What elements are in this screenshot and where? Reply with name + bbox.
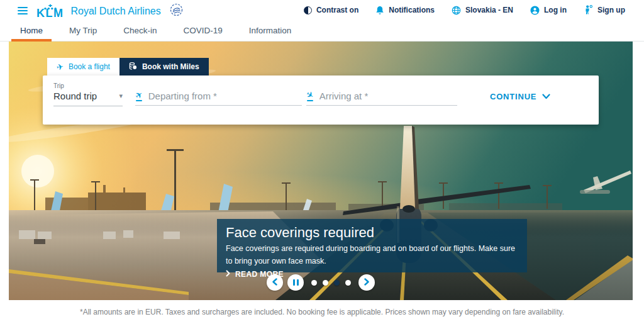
footer: *All amounts are in EUR. Taxes and surch…	[0, 308, 644, 316]
continue-button[interactable]: CONTINUE	[490, 92, 550, 101]
language-selector[interactable]: Slovakia - EN	[452, 6, 513, 15]
banner-body: Face coverings are required during board…	[226, 242, 520, 267]
anniversary-swirl-icon	[170, 3, 183, 19]
klm-homepage: KLM Royal Dutch Airlines Contrast on	[0, 0, 644, 324]
header-brand-area: KLM Royal Dutch Airlines	[18, 2, 183, 19]
arriving-at-input[interactable]	[319, 91, 457, 101]
nav-covid-19[interactable]: COVID-19	[175, 20, 231, 41]
user-icon	[530, 6, 540, 15]
miles-icon	[129, 62, 137, 72]
nav-check-in[interactable]: Check-in	[114, 20, 165, 41]
plane-takeoff-icon: ✈	[135, 91, 143, 101]
banner-title: Face coverings required	[226, 224, 518, 241]
carousel-dot-0[interactable]	[311, 280, 317, 286]
carousel-pause-button[interactable]	[287, 274, 304, 291]
menu-icon[interactable]	[18, 7, 28, 14]
chevron-left-icon	[272, 278, 277, 288]
trip-type-select[interactable]: Round trip ▾	[53, 91, 123, 106]
carousel-controls	[267, 274, 375, 291]
header-utilities: Contrast on Notifications	[304, 5, 625, 15]
hero-carousel: ✈ Book a flight Book with Miles Trip	[9, 42, 633, 300]
carousel-dot-1[interactable]	[323, 280, 328, 286]
signup-button[interactable]: Sign up	[584, 5, 625, 15]
nav-home[interactable]: Home	[11, 20, 52, 41]
departing-from-input[interactable]	[148, 91, 302, 101]
promo-banner: Face coverings required Face coverings a…	[217, 219, 527, 272]
tab-book-miles[interactable]: Book with Miles	[119, 58, 209, 75]
user-add-icon	[584, 5, 593, 15]
continue-label: CONTINUE	[490, 92, 536, 101]
plane-landing-icon: ✈	[306, 91, 314, 101]
contrast-label: Contrast on	[316, 6, 358, 14]
klm-logo-text: KLM	[36, 8, 64, 19]
trip-type-value: Round trip	[53, 91, 97, 101]
booking-tabs: ✈ Book a flight Book with Miles	[47, 58, 209, 75]
globe-icon	[452, 6, 461, 15]
tab-book-flight-label: Book a flight	[69, 62, 110, 71]
notifications-label: Notifications	[389, 6, 435, 14]
contrast-icon	[304, 6, 312, 14]
carousel-dot-3[interactable]	[345, 280, 351, 286]
chevron-down-icon	[542, 92, 550, 101]
login-label: Log in	[544, 6, 567, 14]
nav-my-trip[interactable]: My Trip	[60, 20, 106, 41]
main-nav: Home My Trip Check-in COVID-19 Informati…	[0, 20, 644, 42]
pause-icon	[293, 279, 299, 286]
carousel-dots	[311, 280, 351, 286]
carousel-prev-button[interactable]	[267, 274, 283, 291]
plane-icon: ✈	[56, 62, 65, 72]
departing-field: ✈	[135, 91, 302, 106]
disclaimer-text: *All amounts are in EUR. Taxes and surch…	[0, 308, 644, 316]
booking-widget: Trip Round trip ▾ ✈ ✈ CONTINUE	[43, 75, 599, 125]
contrast-toggle[interactable]: Contrast on	[304, 6, 358, 14]
carousel-dot-2[interactable]	[334, 280, 340, 286]
login-button[interactable]: Log in	[530, 6, 567, 15]
trip-label: Trip	[53, 82, 64, 89]
chevron-right-icon	[364, 278, 369, 288]
top-header: KLM Royal Dutch Airlines Contrast on	[0, 0, 644, 20]
nav-information[interactable]: Information	[240, 20, 301, 41]
bell-icon	[375, 6, 384, 15]
brand-title: Royal Dutch Airlines	[71, 6, 161, 17]
tab-book-flight[interactable]: ✈ Book a flight	[47, 58, 119, 75]
klm-logo[interactable]: KLM	[36, 2, 64, 19]
chevron-right-icon	[226, 270, 230, 279]
caret-down-icon: ▾	[119, 92, 123, 100]
notifications-button[interactable]: Notifications	[375, 6, 435, 15]
arriving-field: ✈	[306, 91, 457, 106]
tab-book-miles-label: Book with Miles	[142, 62, 199, 71]
signup-label: Sign up	[597, 6, 625, 14]
language-label: Slovakia - EN	[465, 6, 513, 14]
carousel-next-button[interactable]	[358, 274, 375, 291]
